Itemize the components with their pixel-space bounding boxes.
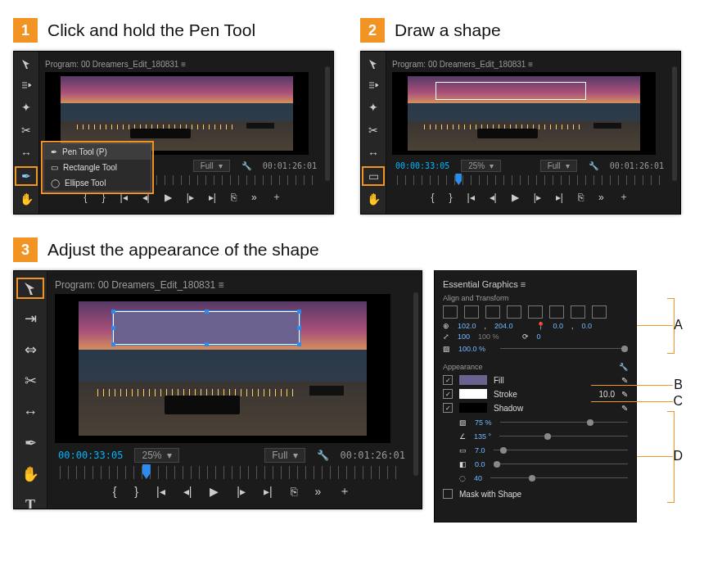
mark-in-button[interactable]: { <box>431 192 434 203</box>
hand-tool-icon[interactable]: ✋ <box>365 192 381 206</box>
opacity-value[interactable]: 100.0 % <box>458 345 485 353</box>
eyedropper-icon[interactable]: ✎ <box>621 404 628 413</box>
ripple-edit-icon[interactable]: ✦ <box>18 101 34 114</box>
track-select-icon[interactable]: ⇥ <box>22 310 38 327</box>
mark-in-button[interactable]: { <box>113 485 117 498</box>
shadow-blur-slider[interactable] <box>490 475 628 482</box>
razor-tool-icon[interactable]: ✂ <box>18 124 34 137</box>
timecode[interactable]: 00:00:33:05 <box>58 450 123 461</box>
razor-tool-icon[interactable]: ✂ <box>22 373 38 389</box>
eyedropper-icon[interactable]: ✎ <box>621 376 628 385</box>
play-button[interactable]: ▶ <box>210 485 219 498</box>
anchor-y[interactable]: 0.0 <box>582 322 593 330</box>
ripple-edit-icon[interactable]: ✦ <box>365 101 381 114</box>
shadow-opacity[interactable]: 75 % <box>475 418 492 427</box>
track-select-icon[interactable] <box>365 79 381 91</box>
shadow-blur[interactable]: 40 <box>474 474 482 482</box>
razor-tool-icon[interactable]: ✂ <box>365 124 381 137</box>
wrench-icon[interactable]: 🔧 <box>317 450 329 461</box>
pos-y[interactable]: 204.0 <box>494 322 513 330</box>
go-in-button[interactable]: |◂ <box>467 192 474 203</box>
more-button[interactable]: » <box>598 192 604 203</box>
time-ruler[interactable] <box>397 175 662 185</box>
pin-icon[interactable]: 📍 <box>536 322 545 330</box>
go-out-button[interactable]: ▸| <box>209 192 216 203</box>
wrench-icon[interactable]: 🔧 <box>619 363 628 371</box>
track-select-icon[interactable] <box>18 79 34 91</box>
pen-tool-icon[interactable]: ✒ <box>22 435 38 451</box>
export-frame-button[interactable]: ⎘ <box>291 485 297 498</box>
eyedropper-icon[interactable]: ✎ <box>621 390 628 399</box>
shadow-checkbox[interactable]: ✓ <box>443 403 453 413</box>
step-back-button[interactable]: ◂| <box>142 192 150 203</box>
mark-in-button[interactable]: { <box>83 192 87 203</box>
step-fwd-button[interactable]: |▸ <box>237 485 246 498</box>
fit-select[interactable]: Full ▾ <box>540 160 577 172</box>
step-fwd-button[interactable]: |▸ <box>187 192 194 203</box>
pos-x[interactable]: 102.0 <box>458 322 476 330</box>
fill-checkbox[interactable]: ✓ <box>443 375 453 385</box>
viewer[interactable] <box>392 72 656 155</box>
align-buttons[interactable] <box>443 305 628 319</box>
export-frame-button[interactable]: ⎘ <box>231 192 237 203</box>
viewer[interactable] <box>45 72 309 155</box>
slip-tool-icon[interactable]: ↔ <box>365 147 381 160</box>
shadow-angle-slider[interactable] <box>499 433 628 440</box>
stroke-width[interactable]: 10.0 <box>599 390 615 399</box>
drawn-shape-outline[interactable] <box>435 82 585 100</box>
scrollbar[interactable] <box>413 292 418 476</box>
hand-tool-icon[interactable]: ✋ <box>22 466 38 482</box>
step-back-button[interactable]: ◂| <box>490 192 497 203</box>
stroke-swatch[interactable] <box>459 389 487 399</box>
mark-out-button[interactable]: } <box>102 192 105 203</box>
ripple-edit-icon[interactable]: ⇔ <box>22 341 38 358</box>
shadow-size[interactable]: 0.0 <box>475 460 485 468</box>
select-tool-icon[interactable] <box>365 58 381 70</box>
shadow-angle[interactable]: 135 ° <box>474 432 491 441</box>
go-out-button[interactable]: ▸| <box>264 485 273 498</box>
go-in-button[interactable]: |◂ <box>120 192 127 203</box>
scrollbar[interactable] <box>672 66 677 181</box>
zoom-select[interactable]: 25% ▾ <box>134 448 178 463</box>
more-button[interactable]: » <box>251 192 257 203</box>
anchor-icon[interactable]: ⊕ <box>443 322 449 330</box>
fit-select[interactable]: Full ▾ <box>193 160 230 172</box>
add-button[interactable]: ＋ <box>339 484 350 499</box>
shadow-distance[interactable]: 7.0 <box>475 446 485 455</box>
stroke-checkbox[interactable]: ✓ <box>443 389 453 399</box>
mark-out-button[interactable]: } <box>449 192 452 203</box>
play-button[interactable]: ▶ <box>165 192 172 203</box>
rectangle-tool-icon[interactable]: ▭ <box>365 170 381 183</box>
slip-tool-icon[interactable]: ↔ <box>22 404 38 420</box>
step-fwd-button[interactable]: |▸ <box>534 192 541 203</box>
time-ruler[interactable] <box>60 466 404 479</box>
select-tool-icon[interactable] <box>20 281 41 296</box>
shadow-distance-slider[interactable] <box>494 447 628 454</box>
flyout-ellipse[interactable]: ◯ Ellipse Tool <box>44 175 151 191</box>
timecode[interactable]: 00:00:33:05 <box>395 161 449 170</box>
step-back-button[interactable]: ◂| <box>183 485 192 498</box>
scale-h-value[interactable]: 100 % <box>478 332 499 341</box>
wrench-icon[interactable]: 🔧 <box>589 161 598 170</box>
rotate-icon[interactable]: ⟳ <box>522 332 529 341</box>
viewer[interactable] <box>55 294 390 443</box>
shadow-opacity-slider[interactable] <box>500 419 628 426</box>
scale-value[interactable]: 100 <box>458 332 470 341</box>
opacity-slider[interactable] <box>500 346 628 352</box>
rotation-value[interactable]: 0 <box>537 332 541 341</box>
add-button[interactable]: ＋ <box>619 190 629 204</box>
wrench-icon[interactable]: 🔧 <box>241 161 251 170</box>
go-out-button[interactable]: ▸| <box>556 192 563 203</box>
zoom-select[interactable]: 25% ▾ <box>461 160 501 172</box>
shadow-swatch[interactable] <box>459 403 487 413</box>
export-frame-button[interactable]: ⎘ <box>578 192 584 203</box>
type-tool-icon[interactable]: T <box>22 497 38 509</box>
flyout-pen[interactable]: ✒ Pen Tool (P) <box>44 144 151 160</box>
hand-tool-icon[interactable]: ✋ <box>18 192 34 206</box>
fill-swatch[interactable] <box>459 375 487 385</box>
more-button[interactable]: » <box>315 485 322 498</box>
mark-out-button[interactable]: } <box>134 485 138 498</box>
add-button[interactable]: ＋ <box>272 190 282 204</box>
slip-tool-icon[interactable]: ↔ <box>18 147 34 160</box>
pen-tool-icon[interactable]: ✒ <box>18 170 34 183</box>
